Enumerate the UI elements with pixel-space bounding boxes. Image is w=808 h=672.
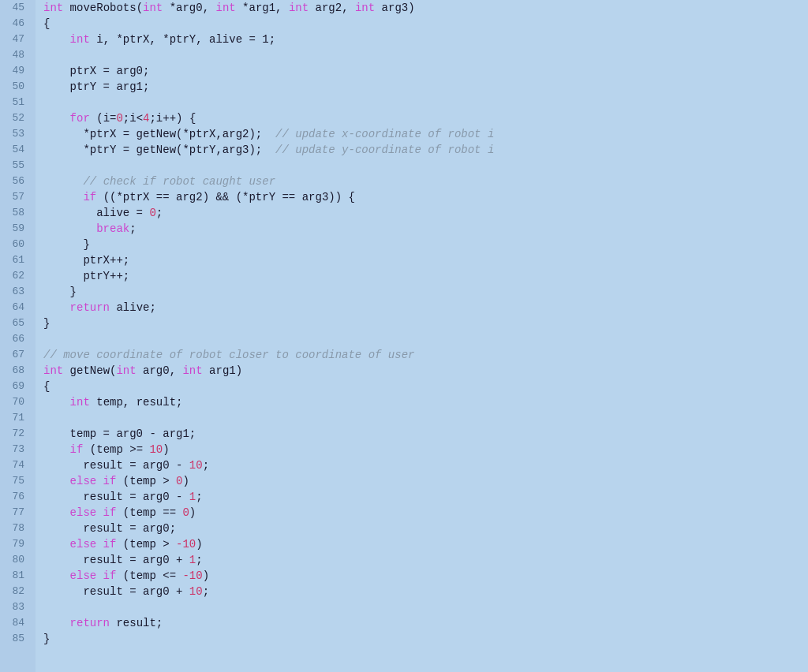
code-line: int getNew(int arg0, int arg1) (43, 363, 808, 379)
line-number: 52 (6, 110, 29, 126)
line-number: 74 (6, 457, 29, 473)
line-number: 46 (6, 16, 29, 32)
code-line (43, 410, 808, 426)
code-line: } (43, 237, 808, 252)
line-number: 72 (6, 426, 29, 442)
code-line: ptrX = arg0; (43, 63, 808, 79)
line-number: 75 (6, 473, 29, 489)
code-line: // check if robot caught user (43, 174, 808, 189)
line-number: 77 (6, 505, 29, 521)
plain-token: *arg0, (163, 2, 215, 14)
line-number: 84 (6, 615, 29, 631)
num-token: 1 (189, 554, 196, 566)
code-line (43, 47, 808, 63)
plain-token: ) (163, 443, 169, 456)
line-number: 48 (6, 47, 29, 63)
plain-token: arg3) (375, 2, 414, 14)
code-line: } (43, 284, 808, 300)
line-number: 60 (6, 237, 29, 252)
line-number: 45 (6, 0, 29, 16)
code-line: ptrX++; (43, 252, 808, 268)
code-line: ptrY++; (43, 268, 808, 284)
plain-token: result = arg0 + (43, 585, 189, 598)
cm-token: // update x-coordinate of robot i (275, 128, 494, 140)
code-line: int temp, result; (43, 394, 808, 410)
plain-token: i, *ptrX, *ptrY, alive = 1; (90, 33, 275, 46)
kw-token: else if (70, 538, 117, 551)
kw-token: int (116, 364, 136, 377)
line-number: 85 (6, 631, 29, 647)
plain-token: (temp == (116, 506, 182, 519)
num-token: 10 (189, 459, 203, 472)
plain-token: } (43, 286, 77, 298)
plain-token (43, 175, 83, 188)
plain-token: (temp >= (83, 443, 149, 456)
code-content: int moveRobots(int *arg0, int *arg1, int… (36, 0, 808, 672)
code-line: result = arg0 - 10; (43, 457, 808, 473)
num-token: -10 (182, 569, 202, 582)
plain-token: result; (110, 617, 163, 629)
plain-token: temp, result; (90, 396, 183, 409)
line-number: 64 (6, 300, 29, 315)
plain-token: ;i++) { (149, 112, 196, 125)
code-line: else if (temp > 0) (43, 473, 808, 489)
plain-token: alive = (43, 207, 149, 219)
code-line: if ((*ptrX == arg2) && (*ptrY == arg3)) … (43, 189, 808, 205)
plain-token: ptrX++; (43, 254, 129, 267)
line-number: 82 (6, 584, 29, 599)
plain-token: result = arg0 + (43, 554, 189, 566)
line-number: 56 (6, 174, 29, 189)
kw-token: else if (70, 475, 117, 487)
plain-token: *arg1, (236, 2, 289, 14)
line-number: 47 (6, 32, 29, 47)
plain-token (43, 396, 70, 409)
cm-token: // update y-coordinate of robot i (275, 144, 494, 156)
code-line: { (43, 16, 808, 32)
plain-token: { (43, 380, 50, 393)
plain-token: result = arg0 - (43, 459, 189, 472)
line-number: 66 (6, 331, 29, 347)
plain-token (43, 301, 70, 314)
kw-token: return (70, 301, 110, 314)
plain-token: ) (196, 538, 202, 551)
code-line: result = arg0 + 10; (43, 584, 808, 599)
plain-token: *ptrX = getNew(*ptrX,arg2); (43, 128, 275, 140)
line-number: 57 (6, 189, 29, 205)
num-token: -10 (176, 538, 196, 551)
plain-token (43, 475, 70, 487)
code-line: *ptrX = getNew(*ptrX,arg2); // update x-… (43, 126, 808, 142)
line-number: 51 (6, 95, 29, 110)
plain-token (43, 191, 83, 203)
code-line: break; (43, 221, 808, 237)
plain-token: arg1) (203, 364, 242, 377)
plain-token: ; (196, 554, 202, 566)
plain-token (43, 506, 70, 519)
num-token: 0 (149, 207, 155, 219)
code-line (43, 95, 808, 110)
kw-token: else if (70, 569, 117, 582)
plain-token: alive; (110, 301, 156, 314)
line-number: 49 (6, 63, 29, 79)
kw-token: int (70, 33, 90, 46)
plain-token: temp = arg0 - arg1; (43, 427, 196, 440)
code-line: ptrY = arg1; (43, 79, 808, 95)
plain-token (43, 617, 70, 629)
plain-token: } (43, 633, 50, 645)
num-token: 1 (189, 491, 196, 503)
line-number: 65 (6, 315, 29, 331)
cm-token: // check if robot caught user (83, 175, 275, 188)
plain-token: ) (189, 506, 196, 519)
plain-token: } (43, 238, 90, 251)
plain-token: ;i< (123, 112, 143, 125)
plain-token (43, 112, 70, 125)
line-number: 58 (6, 205, 29, 221)
line-numbers: 4546474849505152535455565758596061626364… (0, 0, 36, 672)
line-number: 55 (6, 158, 29, 174)
line-number: 73 (6, 442, 29, 457)
line-number: 80 (6, 552, 29, 568)
code-line (43, 331, 808, 347)
line-number: 63 (6, 284, 29, 300)
kw-token: int (43, 364, 63, 377)
kw-token: int (215, 2, 235, 14)
kw-token: int (143, 2, 163, 14)
